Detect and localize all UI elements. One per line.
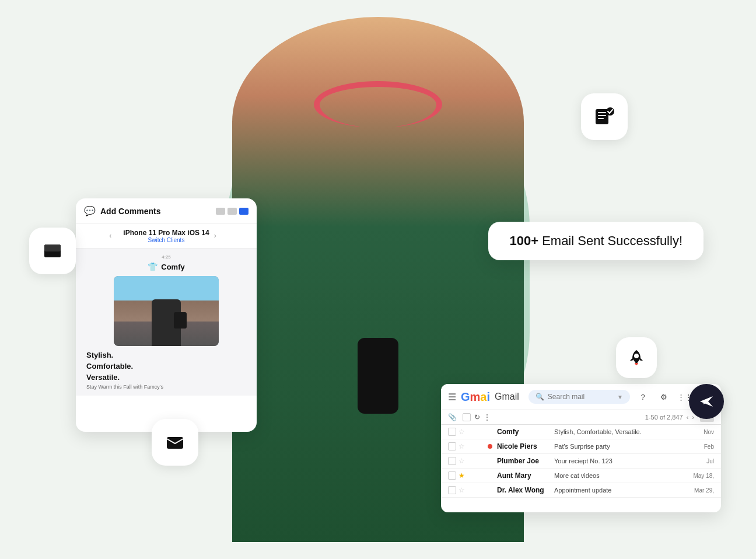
search-placeholder: Search mail [548,393,614,401]
card-title: Add Comments [100,207,211,216]
search-chevron-icon: ▼ [617,394,623,400]
email-success-text: 100+ Email Sent Successfully! [509,233,682,249]
row-indicator [488,429,492,434]
row-icons: ☆ [448,457,483,465]
row-icons: ☆ [448,428,483,436]
card-header: 💬 Add Comments [76,198,257,224]
view-icon-active[interactable] [239,208,249,215]
star-icon[interactable]: ☆ [459,442,465,450]
email-row[interactable]: ☆ Dr. Alex Wong Appointment update Mar 2… [441,483,721,498]
row-checkbox[interactable] [448,471,456,480]
rocket-bubble [616,337,657,378]
star-icon[interactable]: ☆ [459,457,465,465]
gmail-sub-toolbar: 📎 ↻ ⋮ 1-50 of 2,847 ‹ › [441,410,721,425]
page-next-icon[interactable]: › [692,414,694,421]
sender-name: Nicole Piers [497,442,550,450]
row-indicator [488,459,492,463]
settings-icon[interactable]: ⚙ [656,389,672,405]
mail-bubble [152,419,198,466]
gmail-logo: Gmai [461,390,490,404]
svg-rect-7 [44,244,61,251]
email-list: ☆ Comfy Stylish, Comfortable, Versatile.… [441,425,721,498]
brand-icon: 👕 [148,262,158,271]
email-date: Mar 29, [694,487,714,494]
switch-clients[interactable]: Switch Clients [123,237,209,243]
svg-rect-2 [598,115,606,116]
send-icon [698,393,715,410]
row-checkbox[interactable] [448,428,456,436]
send-bubble [689,384,724,419]
email-success-card: 100+ Email Sent Successfully! [488,222,704,260]
tagline-line3: Versatile. [86,373,246,382]
row-indicator [488,488,492,492]
email-count: 100+ [509,233,538,248]
sender-name: Plumber Joe [497,457,550,465]
email-subject: Stylish, Comfortable, Versatile. [554,428,699,435]
inbox-bubble [29,228,76,274]
nav-left-arrow[interactable]: ‹ [109,232,118,241]
nav-right-arrow[interactable]: › [214,232,223,241]
sub-text: Stay Warm this Fall with Famcy's [86,384,246,390]
row-icons: ☆ [448,442,483,450]
app-header: 👕 Comfy [82,262,251,271]
gmail-brand-text: Gmail [495,392,519,402]
star-icon[interactable]: ★ [459,471,465,480]
row-indicator [488,444,492,449]
email-row[interactable]: ☆ Plumber Joe Your reciept No. 123 Jul [441,454,721,469]
email-subject: More cat videos [554,472,688,479]
row-indicator [488,473,492,478]
more-options-icon[interactable]: ⋮ [484,413,491,421]
brand-name: Comfy [161,263,184,271]
row-checkbox[interactable] [448,442,456,450]
hamburger-icon[interactable]: ☰ [448,392,456,403]
checklist-bubble [581,93,628,140]
comment-icon: 💬 [84,205,96,216]
mail-icon [164,431,186,453]
pagination-label: 1-50 of 2,847 [645,414,683,421]
svg-rect-1 [598,112,606,113]
email-date: Jul [706,458,714,464]
row-checkbox[interactable] [448,457,456,465]
rocket-icon [626,348,646,368]
device-name: iPhone 11 Pro Max iOS 14 [123,229,209,237]
svg-rect-3 [598,118,604,119]
attach-icon[interactable]: 📎 [448,413,457,421]
tagline-line2: Comfortable. [86,362,246,371]
pagination: 1-50 of 2,847 ‹ › [645,414,694,421]
add-comments-card: 💬 Add Comments ‹ iPhone 11 Pro Max iOS 1… [76,198,257,432]
email-date: Nov [704,429,714,435]
inbox-icon [41,240,64,262]
svg-point-5 [634,354,639,358]
email-subject: Your reciept No. 123 [554,457,702,464]
view-icon-list[interactable] [216,208,225,215]
sender-name: Dr. Alex Wong [497,486,550,494]
star-icon[interactable]: ☆ [459,486,465,494]
sender-name: Comfy [497,428,550,436]
device-nav: ‹ iPhone 11 Pro Max iOS 14 Switch Client… [76,224,257,249]
email-date: May 18, [693,473,714,479]
refresh-icon[interactable]: ↻ [474,413,480,421]
gmail-toolbar: ☰ Gmai Gmail 🔍 Search mail ▼ ? ⚙ ⋮⋮ [441,384,721,410]
row-checkbox[interactable] [448,486,456,494]
search-icon: 🔍 [536,393,544,401]
email-date: Feb [704,443,714,450]
product-image [114,276,219,346]
gmail-card: ☰ Gmai Gmail 🔍 Search mail ▼ ? ⚙ ⋮⋮ 📎 ↻ … [441,384,721,512]
email-subject: Appointment update [554,487,690,494]
email-row[interactable]: ★ Aunt Mary More cat videos May 18, [441,469,721,483]
help-icon[interactable]: ? [635,389,651,405]
row-icons: ★ [448,471,483,480]
star-icon[interactable]: ☆ [459,428,465,436]
select-all-checkbox[interactable] [463,413,471,421]
row-icons: ☆ [448,486,483,494]
page-prev-icon[interactable]: ‹ [687,414,689,421]
email-subject: Pat's Surprise party [554,443,699,450]
phone-screen: 4:25 👕 Comfy Stylish. Comfortable. Versa… [76,249,257,396]
view-icon-grid[interactable] [228,208,237,215]
gmail-search-bar[interactable]: 🔍 Search mail ▼ [528,390,630,404]
view-icons [216,208,249,215]
email-row[interactable]: ☆ Nicole Piers Pat's Surprise party Feb [441,439,721,454]
tagline-block: Stylish. Comfortable. Versatile. Stay Wa… [82,351,251,390]
sender-name: Aunt Mary [497,471,550,480]
email-row[interactable]: ☆ Comfy Stylish, Comfortable, Versatile.… [441,425,721,439]
